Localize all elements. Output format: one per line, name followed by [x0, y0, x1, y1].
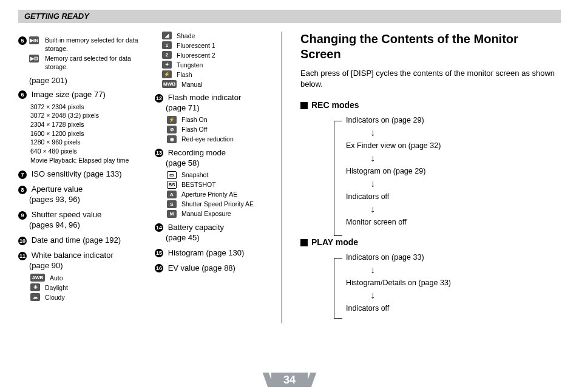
- cloudy-icon: ☁: [30, 293, 40, 301]
- fluorescent-1-icon: 1: [162, 41, 172, 49]
- item-9-label: Shutter speed value: [32, 210, 102, 219]
- column-right: Changing the Contents of the Monitor Scr…: [282, 32, 561, 323]
- article-title: Changing the Contents of the Monitor Scr…: [300, 32, 561, 62]
- item-12: 12 Flash mode indicator (page 71): [155, 93, 282, 113]
- wb-manual: MWBManual: [162, 80, 282, 88]
- article-intro: Each press of [DISP] cycles the contents…: [300, 68, 561, 89]
- rec-flow: Indicators on (page 29) ↓ Ex Finder view…: [300, 116, 561, 226]
- mode-shutter: SShutter Speed Priority AE: [167, 200, 282, 208]
- flash-on-icon: ⚡: [167, 116, 177, 124]
- wb-flash: ⚡Flash: [162, 70, 282, 78]
- wb-shade: ◢Shade: [162, 32, 282, 39]
- image-size: 1600 × 1200 pixels: [30, 129, 147, 138]
- item-14-sub: (page 45): [155, 233, 282, 243]
- column-left: 5 ▶IN Built-in memory selected for data …: [18, 32, 152, 323]
- item-9: 9 Shutter speed value (pages 94, 96): [18, 210, 147, 231]
- item-12-label: Flash mode indicator: [168, 93, 242, 102]
- image-size: 3072 × 2048 (3:2) pixels: [30, 111, 147, 120]
- item-14-label: Battery capacity: [168, 223, 225, 232]
- snapshot-icon: ▭: [167, 171, 177, 179]
- rec-step: Histogram on (page 29): [346, 167, 561, 175]
- mode-aperture: AAperture Priority AE: [167, 191, 282, 198]
- bullet-11: 11: [18, 252, 27, 260]
- mode-bestshot: BSBESTSHOT: [167, 181, 282, 189]
- bullet-12: 12: [155, 94, 163, 103]
- wb-tungsten: ✦Tungsten: [162, 61, 282, 69]
- play-step: Indicators off: [346, 304, 561, 313]
- wb-daylight-label: Daylight: [44, 284, 68, 291]
- bullet-10: 10: [18, 237, 27, 245]
- flash-off: ⊘Flash Off: [167, 126, 282, 133]
- item-6-label: Image size (page 77): [32, 90, 106, 99]
- item-10-label: Date and time (page 192): [32, 235, 121, 245]
- rec-modes-heading: REC modes: [300, 100, 561, 110]
- rec-step: Monitor screen off: [346, 218, 561, 226]
- image-size: Movie Playback: Elapsed play time: [30, 156, 147, 165]
- memory-card-text: Memory card selected for data storage.: [42, 55, 147, 71]
- memory-builtin-text: Built-in memory selected for data storag…: [42, 36, 147, 53]
- play-loop-bracket: [334, 258, 342, 319]
- item-16-label: EV value (page 88): [168, 263, 235, 272]
- item-7: 7 ISO sensitivity (page 133): [18, 169, 147, 180]
- down-arrow-icon: ↓: [370, 291, 561, 300]
- play-step: Indicators on (page 33): [346, 253, 561, 262]
- item-13: 13 Recording mode (page 58): [155, 148, 282, 169]
- mode-snapshot: ▭Snapshot: [167, 171, 282, 179]
- aperture-priority-icon: A: [167, 191, 177, 198]
- item-8-label: Aperture value: [32, 184, 83, 194]
- bullet-6: 6: [18, 90, 27, 99]
- wb-daylight: ☀ Daylight: [30, 283, 147, 291]
- item-16: 16 EV value (page 88): [155, 263, 282, 274]
- bestshot-icon: BS: [167, 181, 177, 189]
- item-11-label: White balance indicator: [32, 251, 113, 260]
- shutter-priority-icon: S: [167, 200, 177, 208]
- item-11-options: AWB Auto ☀ Daylight ☁ Cloudy: [18, 274, 147, 301]
- down-arrow-icon: ↓: [370, 204, 561, 214]
- fluorescent-2-icon: 2: [162, 51, 172, 59]
- section-header-text: GETTING READY: [24, 12, 89, 21]
- item-15: 15 Histogram (page 130): [155, 248, 282, 259]
- rec-step: Indicators on (page 29): [346, 116, 561, 124]
- wb-auto: AWB Auto: [30, 274, 147, 282]
- item-5: 5 ▶IN Built-in memory selected for data …: [18, 36, 147, 73]
- item-6-sizes: 3072 × 2304 pixels 3072 × 2048 (3:2) pix…: [18, 103, 147, 165]
- flash-off-icon: ⊘: [167, 126, 177, 133]
- square-bullet-icon: [300, 102, 308, 109]
- memory-card-icon: ▶⊡: [29, 55, 39, 63]
- item-13-label: Recording mode: [168, 148, 226, 157]
- item-6: 6 Image size (page 77): [18, 90, 147, 100]
- bullet-8: 8: [18, 186, 27, 194]
- square-bullet-icon: [300, 239, 308, 246]
- item-9-sub: (pages 94, 96): [18, 220, 147, 231]
- down-arrow-icon: ↓: [370, 265, 561, 275]
- item-10: 10 Date and time (page 192): [18, 235, 147, 246]
- mode-manual: MManual Exposure: [167, 210, 282, 218]
- tungsten-icon: ✦: [162, 61, 172, 69]
- item-15-label: Histogram (page 130): [168, 248, 245, 257]
- down-arrow-icon: ↓: [370, 179, 561, 189]
- red-eye-icon: ◉: [167, 135, 177, 143]
- item-8-sub: (pages 93, 96): [18, 195, 147, 205]
- item-13-sub: (page 58): [155, 158, 282, 169]
- daylight-icon: ☀: [30, 283, 40, 291]
- page-content: 5 ▶IN Built-in memory selected for data …: [18, 32, 561, 323]
- wb-auto-label: Auto: [49, 274, 63, 282]
- play-mode-heading: PLAY mode: [300, 237, 561, 247]
- item-11-sub: (page 90): [18, 261, 147, 271]
- manual-exposure-icon: M: [167, 210, 177, 218]
- page-number: 34: [271, 373, 308, 387]
- wb-cloudy: ☁ Cloudy: [30, 293, 147, 301]
- bullet-13: 13: [155, 149, 163, 157]
- image-size: 1280 × 960 pixels: [30, 138, 147, 147]
- bullet-5: 5: [18, 36, 27, 45]
- column-middle: ◢Shade 1Fluorescent 1 2Fluorescent 2 ✦Tu…: [152, 32, 282, 323]
- down-arrow-icon: ↓: [370, 154, 561, 163]
- bullet-9: 9: [18, 211, 27, 220]
- memory-builtin-row: ▶IN Built-in memory selected for data st…: [29, 36, 147, 53]
- wb-extra-options: ◢Shade 1Fluorescent 1 2Fluorescent 2 ✦Tu…: [155, 32, 282, 88]
- awb-icon: AWB: [30, 274, 45, 282]
- image-size: 2304 × 1728 pixels: [30, 120, 147, 129]
- wb-fluorescent-2: 2Fluorescent 2: [162, 51, 282, 59]
- item-12-sub: (page 71): [155, 103, 282, 113]
- rec-step: Indicators off: [346, 192, 561, 201]
